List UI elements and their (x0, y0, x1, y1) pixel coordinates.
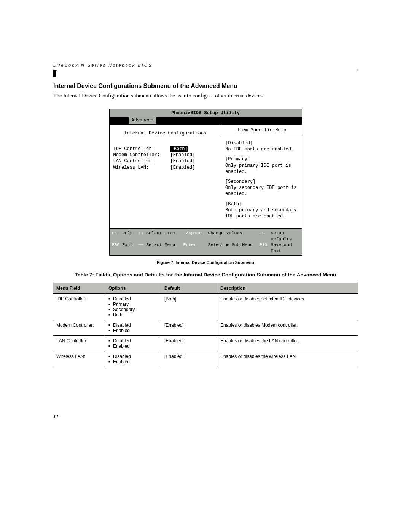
bios-field-row[interactable]: IDE Controller:[Both] (113, 146, 218, 152)
cell-options: DisabledEnabled (105, 336, 161, 351)
cell-default: [Enabled] (161, 336, 217, 351)
bios-field-row[interactable]: Modem Controller:[Enabled] (113, 152, 218, 158)
table-row: Wireless LAN:DisabledEnabled[Enabled]Ena… (53, 351, 358, 367)
key-minus-space: -/Space (183, 230, 202, 235)
option-item: Disabled (108, 296, 158, 302)
bios-help-title: Item Specific Help (221, 125, 301, 136)
cell-options: DisabledEnabled (105, 351, 161, 367)
bios-field-label: Modem Controller: (113, 152, 170, 158)
bios-field-value[interactable]: [Both] (170, 146, 188, 152)
option-item: Secondary (108, 307, 158, 312)
cell-menu-field: Wireless LAN: (53, 351, 105, 367)
cell-description: Enables or disables the wireless LAN. (217, 351, 358, 367)
bios-title: PhoenixBIOS Setup Utility (110, 109, 302, 117)
bios-tab-advanced[interactable]: Advanced (129, 117, 157, 124)
bios-field-label: Wireless LAN: (113, 165, 170, 171)
option-item: Disabled (108, 338, 158, 343)
key-esc: ESC (112, 242, 120, 247)
option-item: Both (108, 312, 158, 318)
bios-subtitle: Internal Device Configurations (113, 128, 218, 139)
key-updown-icon: ↑↓ (139, 230, 144, 235)
key-f10: F10 (260, 242, 268, 247)
bios-field-value[interactable]: [Enabled] (170, 158, 195, 164)
section-heading: Internal Device Configurations Submenu o… (53, 83, 358, 89)
table-title: Table 7: Fields, Options and Defaults fo… (53, 272, 358, 279)
spec-table: Menu Field Options Default Description I… (53, 283, 358, 367)
bios-help-text: [Disabled] No IDE ports are enabled. (225, 140, 298, 152)
running-header: LifeBook N Series Notebook BIOS (53, 63, 358, 67)
th-default: Default (161, 283, 217, 294)
cell-default: [Both] (161, 294, 217, 320)
option-item: Primary (108, 302, 158, 307)
key-enter: Enter (183, 242, 197, 247)
bios-help-pane: Item Specific Help [Disabled] No IDE por… (221, 125, 301, 228)
bios-field-value[interactable]: [Enabled] (170, 165, 195, 171)
cell-description: Enables or disables selected IDE devices… (217, 294, 358, 320)
bios-tab-bar: Advanced (110, 117, 302, 125)
page-number: 14 (53, 413, 358, 419)
key-f9: F9 (260, 230, 265, 235)
cell-description: Enables or disables the LAN controller. (217, 336, 358, 351)
figure-caption: Figure 7. Internal Device Configuration … (53, 260, 358, 265)
bios-help-text: [Both] Both primary and secondary IDE po… (225, 201, 298, 220)
cell-menu-field: Modem Controller: (53, 320, 105, 336)
table-row: LAN Controller:DisabledEnabled[Enabled]E… (53, 336, 358, 351)
option-item: Enabled (108, 343, 158, 349)
bios-help-text: [Secondary] Only secondary IDE port is e… (225, 179, 298, 197)
bios-field-label: IDE Controller: (113, 146, 170, 152)
header-rule (53, 70, 358, 77)
cell-options: DisabledEnabled (105, 320, 161, 336)
key-leftright-icon: ←→ (139, 242, 144, 247)
option-item: Enabled (108, 328, 158, 333)
key-f1: F1 (112, 230, 117, 235)
document-page: LifeBook N Series Notebook BIOS Internal… (0, 0, 411, 450)
th-options: Options (105, 283, 161, 294)
bios-left-pane: Internal Device Configurations IDE Contr… (110, 125, 222, 228)
option-item: Disabled (108, 354, 158, 359)
th-description: Description (217, 283, 358, 294)
bios-field-label: LAN Controller: (113, 158, 170, 164)
cell-options: DisabledPrimarySecondaryBoth (105, 294, 161, 320)
th-menu-field: Menu Field (53, 283, 105, 294)
table-row: IDE Controller:DisabledPrimarySecondaryB… (53, 294, 358, 320)
cell-menu-field: LAN Controller: (53, 336, 105, 351)
cell-default: [Enabled] (161, 351, 217, 367)
bios-field-row[interactable]: LAN Controller:[Enabled] (113, 158, 218, 164)
option-item: Enabled (108, 359, 158, 364)
cell-menu-field: IDE Controller: (53, 294, 105, 320)
bios-field-row[interactable]: Wireless LAN:[Enabled] (113, 165, 218, 171)
bios-screenshot: PhoenixBIOS Setup Utility Advanced Inter… (109, 109, 302, 256)
intro-paragraph: The Internal Device Configuration submen… (53, 93, 358, 99)
bios-field-value[interactable]: [Enabled] (170, 152, 195, 158)
option-item: Disabled (108, 323, 158, 328)
table-row: Modem Controller:DisabledEnabled[Enabled… (53, 320, 358, 336)
bios-help-text: [Primary] Only primary IDE port is enabl… (225, 156, 298, 175)
cell-description: Enables or disables Modem controller. (217, 320, 358, 336)
bios-footer: F1 Help ↑↓ Select Item -/Space Change Va… (110, 228, 302, 255)
cell-default: [Enabled] (161, 320, 217, 336)
